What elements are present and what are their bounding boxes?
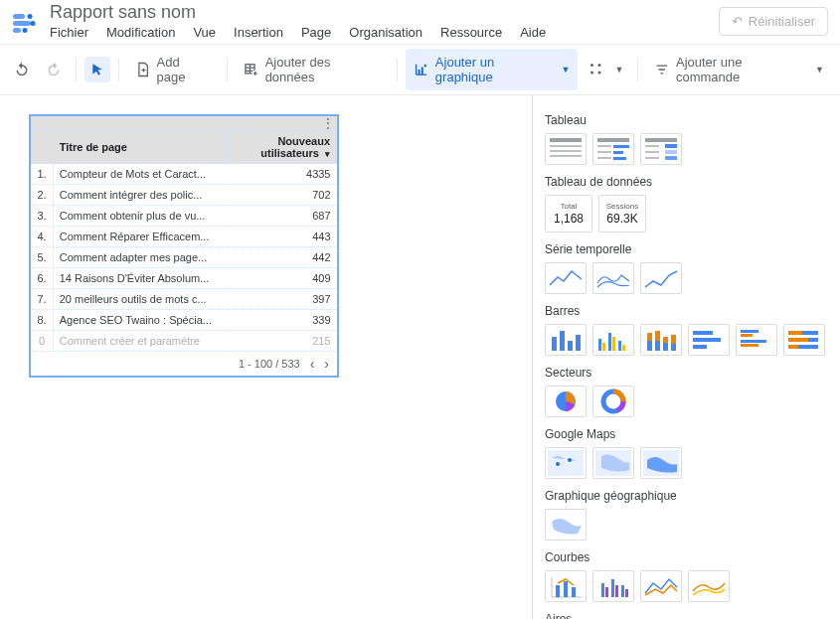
svg-rect-66 [548,450,584,476]
add-data-button[interactable]: Ajouter des données [236,49,389,90]
row-title: Compteur de Mots et Caract... [53,164,227,185]
row-value: 409 [228,268,337,289]
table-row[interactable]: 6.14 Raisons D'Éviter Absolum...409 [32,268,337,289]
section-tableau-donnees: Tableau de données [545,175,828,189]
redo-button[interactable] [40,56,68,83]
menu-organisation[interactable]: Organisation [349,25,422,40]
svg-rect-32 [665,156,677,160]
table-row[interactable]: 1.Compteur de Mots et Caract...4335 [32,164,337,185]
table-row[interactable]: 3.Comment obtenir plus de vu...687 [32,206,337,227]
report-canvas[interactable]: ⋮ Titre de page Nouveaux utilisateurs ▾ … [0,95,532,619]
chart-table-bars[interactable] [592,133,634,165]
pager-next-button[interactable]: › [324,356,329,372]
menu-vue[interactable]: Vue [193,25,216,40]
chart-bar-5[interactable] [736,324,777,356]
row-value: 443 [228,227,337,247]
chart-table-heatmap[interactable] [640,133,682,165]
pager-prev-button[interactable]: ‹ [310,356,315,372]
menu-ressource[interactable]: Ressource [440,25,502,40]
chart-map-3[interactable] [640,447,682,479]
cursor-tool[interactable] [84,57,110,82]
table-row[interactable]: 7.20 meilleurs outils de mots c...397 [32,289,337,310]
svg-rect-41 [618,341,621,351]
undo-icon [14,62,30,77]
chart-table-plain[interactable] [545,133,587,165]
svg-rect-17 [550,150,582,152]
row-value: 687 [228,206,337,227]
chart-map-1[interactable] [545,447,587,479]
chart-bar-4[interactable] [688,324,730,356]
svg-rect-35 [568,341,573,351]
svg-rect-76 [611,579,614,597]
row-value: 339 [228,310,337,331]
svg-rect-61 [788,338,808,342]
chart-scorecard-1[interactable]: Total1,168 [545,195,592,232]
section-aires: Aires [545,612,828,619]
app-header: Rapport sans nom Fichier Modification Vu… [0,0,840,40]
svg-rect-29 [645,151,659,153]
chart-timeseries-1[interactable] [545,262,587,294]
svg-rect-2 [13,21,31,26]
row-value: 442 [228,247,337,268]
chart-pie[interactable] [545,386,587,417]
undo-button[interactable] [8,56,36,83]
table-chart-widget[interactable]: ⋮ Titre de page Nouveaux utilisateurs ▾ … [30,115,338,377]
chart-bar-3[interactable] [640,324,682,356]
column-header-title[interactable]: Titre de page [53,131,227,164]
menu-fichier[interactable]: Fichier [50,25,88,40]
chart-bar-1[interactable] [545,324,587,356]
add-chart-button[interactable]: Ajouter un graphique ▼ [406,49,578,90]
svg-point-5 [23,28,28,33]
svg-rect-77 [615,585,618,597]
chart-line-4[interactable] [688,570,730,602]
svg-rect-55 [741,334,753,337]
reset-button[interactable]: ↶ Réinitialiser [719,7,828,36]
table-row[interactable]: 2.Comment intégrer des polic...702 [32,185,337,206]
chart-geo-1[interactable] [545,509,587,541]
menu-insertion[interactable]: Insertion [234,25,283,40]
menu-modification[interactable]: Modification [106,25,175,40]
svg-point-11 [590,64,593,67]
svg-rect-73 [572,587,576,597]
svg-rect-20 [597,145,611,147]
chart-donut[interactable] [592,386,634,417]
filter-icon [654,62,670,77]
chart-map-2[interactable] [592,447,634,479]
chart-bar-2[interactable] [592,324,634,356]
row-title: Comment Réparer Efficacem... [53,227,227,247]
table-row[interactable]: 5.Comment adapter mes page...442 [32,247,337,268]
section-tableau: Tableau [545,113,828,127]
section-serie-temporelle: Série temporelle [545,242,828,256]
menu-aide[interactable]: Aide [520,25,546,40]
community-viz-button[interactable]: ▼ [582,55,629,84]
menu-bar: Fichier Modification Vue Insertion Page … [50,25,719,40]
chart-line-2[interactable] [592,570,634,602]
chart-plus-icon [414,62,429,77]
section-courbes: Courbes [545,550,828,564]
table-row-faded: 0Comment créer et paramétre215 [32,331,337,352]
svg-rect-15 [550,138,582,142]
community-icon [588,61,605,78]
chart-bar-6[interactable] [783,324,825,356]
row-index: 7. [32,289,54,310]
chart-line-1[interactable] [545,570,587,602]
document-title[interactable]: Rapport sans nom [50,2,719,23]
add-control-button[interactable]: Ajouter une commande ▼ [646,49,832,90]
column-header-users[interactable]: Nouveaux utilisateurs ▾ [228,131,337,164]
chart-type-dropdown[interactable]: Tableau Tableau de données Total1,168 Se… [532,95,840,619]
add-page-button[interactable]: Add page [127,49,219,90]
svg-rect-0 [13,14,25,19]
row-title: Comment obtenir plus de vu... [53,206,227,227]
svg-rect-39 [608,333,611,351]
table-row[interactable]: 4.Comment Réparer Efficacem...443 [32,227,337,247]
chart-timeseries-2[interactable] [592,262,634,294]
menu-page[interactable]: Page [301,25,331,40]
table-row[interactable]: 8.Agence SEO Twaino : Spécia...339 [32,310,337,331]
chart-line-3[interactable] [640,570,682,602]
svg-rect-16 [550,145,582,147]
svg-rect-31 [645,157,659,159]
chart-scorecard-2[interactable]: Sessions69.3K [598,195,646,232]
kebab-icon[interactable]: ⋮ [322,116,333,130]
svg-rect-25 [613,157,626,160]
chart-timeseries-3[interactable] [640,262,682,294]
